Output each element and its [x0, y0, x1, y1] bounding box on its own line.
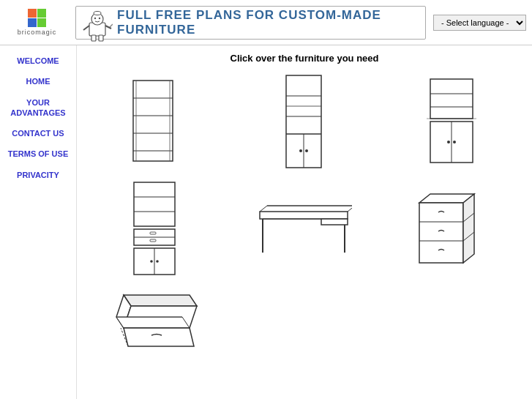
- svg-rect-54: [419, 203, 463, 263]
- svg-point-31: [453, 141, 456, 143]
- svg-line-49: [260, 206, 267, 212]
- logo-icon: [28, 9, 46, 27]
- svg-marker-65: [124, 328, 194, 346]
- svg-marker-63: [116, 317, 190, 328]
- content-area: Click over the furniture you need: [77, 45, 532, 399]
- sidebar-item-home[interactable]: HOME: [26, 76, 50, 86]
- furniture-item-3[interactable]: [380, 71, 525, 172]
- svg-point-4: [99, 17, 100, 18]
- banner-title: FULL FREE PLANS FOR CUSTOM-MADE FURNITUR…: [117, 8, 419, 37]
- svg-rect-25: [430, 79, 473, 119]
- furniture-item-2[interactable]: [232, 71, 377, 172]
- svg-line-50: [348, 206, 352, 212]
- svg-rect-33: [134, 182, 175, 226]
- furniture-item-1[interactable]: [84, 71, 229, 172]
- svg-point-43: [156, 260, 159, 263]
- furniture-item-5[interactable]: [232, 178, 377, 279]
- sidebar-item-contact-us[interactable]: CONTACT US: [12, 128, 64, 138]
- banner-mascot-icon: [82, 10, 111, 36]
- svg-point-22: [299, 149, 302, 152]
- sidebar: WELCOME HOME YOUR ADVANTAGES CONTACT US …: [0, 45, 77, 399]
- svg-point-30: [447, 141, 450, 143]
- logo-area: bricomagic: [6, 9, 68, 36]
- sidebar-item-privacity[interactable]: PRIVACITY: [17, 170, 59, 180]
- furniture-item-6[interactable]: [380, 178, 525, 279]
- language-select[interactable]: - Select language - English Spanish Fren…: [433, 15, 526, 31]
- content-title: Click over the furniture you need: [84, 53, 525, 64]
- furniture-item-7[interactable]: [84, 285, 229, 364]
- svg-marker-55: [463, 194, 474, 263]
- svg-line-7: [110, 24, 113, 27]
- svg-point-2: [94, 11, 101, 15]
- sidebar-item-your-advantages[interactable]: YOUR ADVANTAGES: [10, 97, 65, 119]
- svg-rect-9: [99, 35, 103, 41]
- svg-rect-8: [91, 35, 96, 41]
- svg-rect-44: [260, 212, 348, 219]
- svg-rect-45: [321, 219, 348, 225]
- svg-rect-10: [133, 81, 173, 161]
- svg-point-42: [150, 260, 153, 263]
- svg-line-5: [83, 26, 89, 30]
- furniture-item-4[interactable]: [84, 178, 229, 279]
- svg-point-3: [94, 17, 96, 18]
- svg-point-23: [305, 149, 308, 152]
- sidebar-item-terms-of-use[interactable]: TERMS OF USE: [8, 149, 69, 159]
- svg-marker-60: [124, 295, 197, 306]
- logo-text: bricomagic: [18, 29, 57, 36]
- banner: FULL FREE PLANS FOR CUSTOM-MADE FURNITUR…: [75, 6, 426, 40]
- sidebar-item-welcome[interactable]: WELCOME: [17, 56, 59, 66]
- furniture-grid: [84, 71, 525, 364]
